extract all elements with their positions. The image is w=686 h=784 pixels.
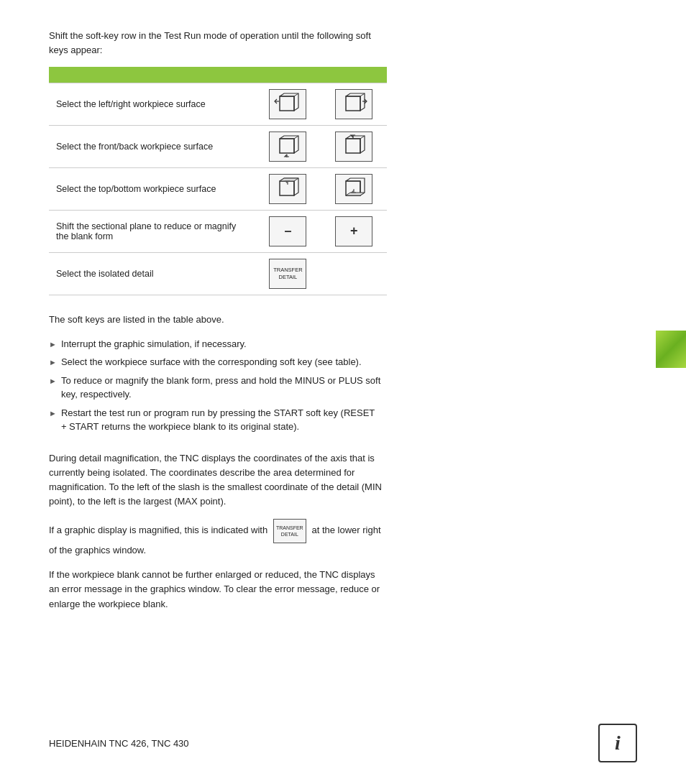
page-content: Shift the soft-key row in the Test Run m… <box>0 0 431 650</box>
table-row: Select the left/right workpiece surface <box>49 83 387 125</box>
row-desc-5: Select the isolated detail <box>49 252 255 295</box>
transfer-label: TRANSFER <box>273 267 302 274</box>
row-desc-3: Select the top/bottom workpiece surface <box>49 167 255 210</box>
table-row: Shift the sectional plane to reduce or m… <box>49 210 387 252</box>
detail-para-1: During detail magnification, the TNC dis… <box>49 451 383 509</box>
bullet-text-2: Select the workpiece surface with the co… <box>61 355 362 369</box>
svg-line-10 <box>294 136 298 139</box>
bullet-arrow-2: ► <box>49 356 57 369</box>
btn-cell-5b <box>321 252 387 295</box>
svg-line-2 <box>294 93 298 96</box>
cube-back-icon <box>340 134 367 159</box>
cube-top-btn[interactable] <box>269 174 306 204</box>
table-row: Select the isolated detail TRANSFER DETA… <box>49 252 387 295</box>
bullet-arrow-4: ► <box>49 407 57 420</box>
detail-para-3: If the workpiece blank cannot be further… <box>49 568 383 611</box>
detail-para-2-text-before: If a graphic display is magnified, this … <box>49 525 270 536</box>
table-row: Select the top/bottom workpiece surface <box>49 167 387 210</box>
cube-right-btn[interactable] <box>335 89 372 119</box>
bullet-item-2: ► Select the workpiece surface with the … <box>49 355 383 369</box>
btn-cell-2a[interactable] <box>255 125 321 167</box>
svg-rect-12 <box>346 139 360 153</box>
svg-line-6 <box>360 93 365 96</box>
table-header-row <box>49 67 387 83</box>
bullet-item-4: ► Restart the test run or program run by… <box>49 406 383 434</box>
cube-left-icon <box>274 92 301 116</box>
footer-text: HEIDENHAIN TNC 426, TNC 430 <box>49 738 189 749</box>
transfer-detail-btn[interactable]: TRANSFER DETAIL <box>269 259 306 289</box>
info-icon: i <box>615 732 621 755</box>
svg-rect-4 <box>346 96 360 111</box>
cube-left-btn[interactable] <box>269 89 306 119</box>
row-desc-2: Select the front/back workpiece surface <box>49 125 255 167</box>
cube-top-icon <box>274 177 301 201</box>
minus-btn[interactable]: – <box>269 216 306 246</box>
btn-cell-4a[interactable]: – <box>255 210 321 252</box>
intro-text: Shift the soft-key row in the Test Run m… <box>49 29 383 57</box>
cube-bottom-icon <box>340 177 367 201</box>
svg-rect-16 <box>280 181 294 195</box>
svg-marker-21 <box>346 193 365 195</box>
cube-bottom-btn[interactable] <box>335 174 372 204</box>
bullet-item-3: ► To reduce or magnify the blank form, p… <box>49 374 383 402</box>
btn-cell-3b[interactable] <box>321 167 387 210</box>
btn-cell-2b[interactable] <box>321 125 387 167</box>
table-row: Select the front/back workpiece surface <box>49 125 387 167</box>
footer: HEIDENHAIN TNC 426, TNC 430 i <box>49 724 637 762</box>
bullet-item-1: ► Interrupt the graphic simulation, if n… <box>49 337 383 351</box>
bullet-list: ► Interrupt the graphic simulation, if n… <box>49 337 383 434</box>
bullet-text-4: Restart the test run or program run by p… <box>61 406 383 434</box>
inline-transfer-label: TRANSFER <box>276 525 303 531</box>
body-text-1: The soft keys are listed in the table ab… <box>49 313 383 327</box>
row-desc-1: Select the left/right workpiece surface <box>49 83 255 125</box>
btn-cell-5a[interactable]: TRANSFER DETAIL <box>255 252 321 295</box>
detail-para-2: If a graphic display is magnified, this … <box>49 519 383 558</box>
cube-front-btn[interactable] <box>269 132 306 162</box>
svg-line-14 <box>360 136 365 139</box>
btn-cell-1a[interactable] <box>255 83 321 125</box>
inline-transfer-detail-btn: TRANSFER DETAIL <box>273 519 306 543</box>
btn-cell-4b[interactable]: + <box>321 210 387 252</box>
green-accent-decoration <box>656 331 686 368</box>
bullet-text-3: To reduce or magnify the blank form, pre… <box>61 374 383 402</box>
svg-marker-17 <box>280 178 298 181</box>
svg-rect-8 <box>280 139 294 153</box>
inline-detail-label: DETAIL <box>281 531 298 538</box>
btn-cell-1b[interactable] <box>321 83 387 125</box>
svg-rect-0 <box>280 96 294 111</box>
info-icon-box: i <box>598 724 637 762</box>
bullet-text-1: Interrupt the graphic simulation, if nec… <box>61 337 247 351</box>
cube-back-btn[interactable] <box>335 132 372 162</box>
cube-front-icon <box>274 134 301 159</box>
detail-label: DETAIL <box>279 274 298 281</box>
row-desc-4: Shift the sectional plane to reduce or m… <box>49 210 255 252</box>
cube-right-icon <box>340 92 367 116</box>
bullet-arrow-1: ► <box>49 338 57 351</box>
btn-cell-3a[interactable] <box>255 167 321 210</box>
bullet-arrow-3: ► <box>49 375 57 387</box>
plus-btn[interactable]: + <box>335 216 372 246</box>
soft-key-table: Select the left/right workpiece surface <box>49 67 387 295</box>
